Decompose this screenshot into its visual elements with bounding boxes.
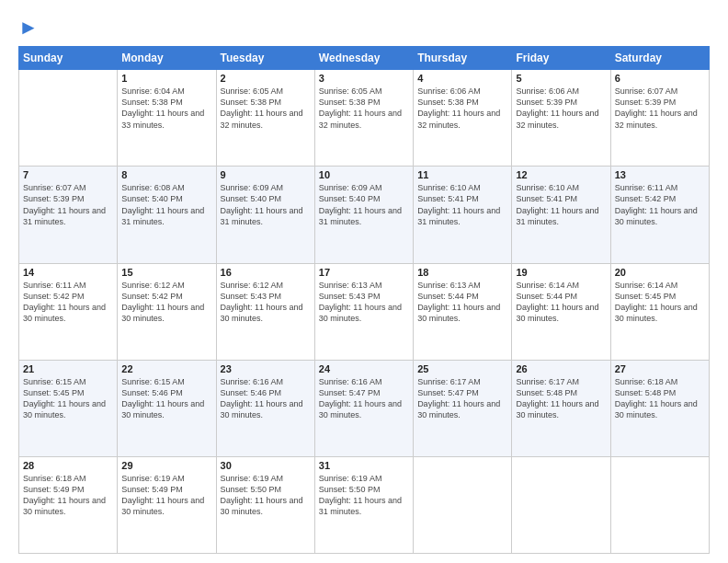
cell-sun-info: Sunrise: 6:14 AMSunset: 5:45 PMDaylight:…: [615, 280, 705, 325]
cell-sun-info: Sunrise: 6:17 AMSunset: 5:48 PMDaylight:…: [516, 376, 606, 421]
day-number: 16: [221, 267, 311, 278]
cell-sun-info: Sunrise: 6:05 AMSunset: 5:38 PMDaylight:…: [319, 86, 409, 131]
day-number: 8: [121, 169, 211, 180]
day-number: 13: [615, 169, 705, 180]
day-number: 3: [319, 73, 409, 84]
calendar-cell: 22Sunrise: 6:15 AMSunset: 5:46 PMDayligh…: [118, 360, 216, 456]
calendar-cell: 30Sunrise: 6:19 AMSunset: 5:50 PMDayligh…: [216, 456, 314, 553]
cell-sun-info: Sunrise: 6:15 AMSunset: 5:45 PMDaylight:…: [23, 376, 113, 421]
calendar-cell: [414, 456, 512, 553]
day-number: 5: [516, 73, 606, 84]
cell-sun-info: Sunrise: 6:09 AMSunset: 5:40 PMDaylight:…: [319, 182, 409, 227]
calendar-cell: 29Sunrise: 6:19 AMSunset: 5:49 PMDayligh…: [118, 456, 216, 553]
cell-sun-info: Sunrise: 6:05 AMSunset: 5:38 PMDaylight:…: [221, 86, 311, 131]
calendar-cell: 5Sunrise: 6:06 AMSunset: 5:39 PMDaylight…: [512, 70, 610, 167]
cell-sun-info: Sunrise: 6:10 AMSunset: 5:41 PMDaylight:…: [417, 182, 507, 227]
cell-sun-info: Sunrise: 6:08 AMSunset: 5:40 PMDaylight:…: [121, 182, 211, 227]
calendar-cell: 26Sunrise: 6:17 AMSunset: 5:48 PMDayligh…: [512, 360, 610, 456]
day-number: 12: [516, 169, 606, 180]
calendar-cell: 8Sunrise: 6:08 AMSunset: 5:40 PMDaylight…: [118, 167, 216, 263]
cell-sun-info: Sunrise: 6:07 AMSunset: 5:39 PMDaylight:…: [23, 182, 113, 227]
calendar-table: Sunday Monday Tuesday Wednesday Thursday…: [18, 46, 710, 554]
day-number: 4: [417, 73, 507, 84]
calendar-cell: 13Sunrise: 6:11 AMSunset: 5:42 PMDayligh…: [610, 167, 709, 263]
day-number: 6: [615, 73, 705, 84]
calendar-cell: 25Sunrise: 6:17 AMSunset: 5:47 PMDayligh…: [414, 360, 512, 456]
cell-sun-info: Sunrise: 6:16 AMSunset: 5:47 PMDaylight:…: [319, 376, 409, 421]
table-row: 28Sunrise: 6:18 AMSunset: 5:49 PMDayligh…: [19, 456, 710, 553]
calendar-cell: [512, 456, 610, 553]
calendar-cell: 7Sunrise: 6:07 AMSunset: 5:39 PMDaylight…: [19, 167, 118, 263]
calendar-cell: 20Sunrise: 6:14 AMSunset: 5:45 PMDayligh…: [610, 263, 709, 360]
cell-sun-info: Sunrise: 6:14 AMSunset: 5:44 PMDaylight:…: [516, 280, 606, 325]
cell-sun-info: Sunrise: 6:15 AMSunset: 5:46 PMDaylight:…: [121, 376, 211, 421]
calendar-cell: [610, 456, 709, 553]
day-number: 31: [319, 460, 409, 471]
day-number: 19: [516, 267, 606, 278]
calendar-cell: 19Sunrise: 6:14 AMSunset: 5:44 PMDayligh…: [512, 263, 610, 360]
cell-sun-info: Sunrise: 6:19 AMSunset: 5:50 PMDaylight:…: [319, 473, 409, 518]
table-row: 21Sunrise: 6:15 AMSunset: 5:45 PMDayligh…: [19, 360, 710, 456]
calendar-cell: 10Sunrise: 6:09 AMSunset: 5:40 PMDayligh…: [314, 167, 413, 263]
calendar-cell: 21Sunrise: 6:15 AMSunset: 5:45 PMDayligh…: [19, 360, 118, 456]
cell-sun-info: Sunrise: 6:12 AMSunset: 5:43 PMDaylight:…: [221, 280, 311, 325]
calendar-cell: 6Sunrise: 6:07 AMSunset: 5:39 PMDaylight…: [610, 70, 709, 167]
cell-sun-info: Sunrise: 6:09 AMSunset: 5:40 PMDaylight:…: [221, 182, 311, 227]
cell-sun-info: Sunrise: 6:06 AMSunset: 5:39 PMDaylight:…: [516, 86, 606, 131]
table-row: 14Sunrise: 6:11 AMSunset: 5:42 PMDayligh…: [19, 263, 710, 360]
calendar-cell: 2Sunrise: 6:05 AMSunset: 5:38 PMDaylight…: [216, 70, 314, 167]
day-number: 9: [221, 169, 311, 180]
cell-sun-info: Sunrise: 6:10 AMSunset: 5:41 PMDaylight:…: [516, 182, 606, 227]
cell-sun-info: Sunrise: 6:12 AMSunset: 5:42 PMDaylight:…: [121, 280, 211, 325]
cell-sun-info: Sunrise: 6:11 AMSunset: 5:42 PMDaylight:…: [615, 182, 705, 227]
header: ►: [18, 17, 710, 39]
cell-sun-info: Sunrise: 6:18 AMSunset: 5:49 PMDaylight:…: [23, 473, 113, 518]
day-number: 29: [121, 460, 211, 471]
col-saturday: Saturday: [610, 47, 709, 70]
day-number: 22: [121, 363, 211, 374]
calendar-cell: 11Sunrise: 6:10 AMSunset: 5:41 PMDayligh…: [414, 167, 512, 263]
header-row: Sunday Monday Tuesday Wednesday Thursday…: [19, 47, 710, 70]
calendar-cell: 18Sunrise: 6:13 AMSunset: 5:44 PMDayligh…: [414, 263, 512, 360]
day-number: 27: [615, 363, 705, 374]
cell-sun-info: Sunrise: 6:04 AMSunset: 5:38 PMDaylight:…: [121, 86, 211, 131]
day-number: 26: [516, 363, 606, 374]
day-number: 28: [23, 460, 113, 471]
cell-sun-info: Sunrise: 6:17 AMSunset: 5:47 PMDaylight:…: [417, 376, 507, 421]
calendar-cell: 1Sunrise: 6:04 AMSunset: 5:38 PMDaylight…: [118, 70, 216, 167]
calendar-cell: 17Sunrise: 6:13 AMSunset: 5:43 PMDayligh…: [314, 263, 413, 360]
day-number: 11: [417, 169, 507, 180]
cell-sun-info: Sunrise: 6:07 AMSunset: 5:39 PMDaylight:…: [615, 86, 705, 131]
cell-sun-info: Sunrise: 6:06 AMSunset: 5:38 PMDaylight:…: [417, 86, 507, 131]
day-number: 21: [23, 363, 113, 374]
calendar-cell: 31Sunrise: 6:19 AMSunset: 5:50 PMDayligh…: [314, 456, 413, 553]
day-number: 18: [417, 267, 507, 278]
day-number: 20: [615, 267, 705, 278]
col-sunday: Sunday: [19, 47, 118, 70]
day-number: 2: [221, 73, 311, 84]
calendar-cell: 16Sunrise: 6:12 AMSunset: 5:43 PMDayligh…: [216, 263, 314, 360]
calendar-cell: 4Sunrise: 6:06 AMSunset: 5:38 PMDaylight…: [414, 70, 512, 167]
day-number: 14: [23, 267, 113, 278]
calendar-cell: 14Sunrise: 6:11 AMSunset: 5:42 PMDayligh…: [19, 263, 118, 360]
cell-sun-info: Sunrise: 6:13 AMSunset: 5:44 PMDaylight:…: [417, 280, 507, 325]
logo: ►: [18, 17, 39, 39]
calendar-cell: 23Sunrise: 6:16 AMSunset: 5:46 PMDayligh…: [216, 360, 314, 456]
cell-sun-info: Sunrise: 6:16 AMSunset: 5:46 PMDaylight:…: [221, 376, 311, 421]
calendar-cell: 27Sunrise: 6:18 AMSunset: 5:48 PMDayligh…: [610, 360, 709, 456]
calendar-cell: 12Sunrise: 6:10 AMSunset: 5:41 PMDayligh…: [512, 167, 610, 263]
cell-sun-info: Sunrise: 6:11 AMSunset: 5:42 PMDaylight:…: [23, 280, 113, 325]
cell-sun-info: Sunrise: 6:19 AMSunset: 5:49 PMDaylight:…: [121, 473, 211, 518]
cell-sun-info: Sunrise: 6:13 AMSunset: 5:43 PMDaylight:…: [319, 280, 409, 325]
calendar-cell: 9Sunrise: 6:09 AMSunset: 5:40 PMDaylight…: [216, 167, 314, 263]
col-friday: Friday: [512, 47, 610, 70]
calendar-cell: 28Sunrise: 6:18 AMSunset: 5:49 PMDayligh…: [19, 456, 118, 553]
day-number: 25: [417, 363, 507, 374]
page: ► Sunday Monday Tuesday Wednesday Thursd…: [0, 0, 728, 563]
calendar-cell: [19, 70, 118, 167]
day-number: 30: [221, 460, 311, 471]
col-thursday: Thursday: [414, 47, 512, 70]
logo-bird-icon: ►: [18, 16, 39, 39]
col-wednesday: Wednesday: [314, 47, 413, 70]
col-tuesday: Tuesday: [216, 47, 314, 70]
